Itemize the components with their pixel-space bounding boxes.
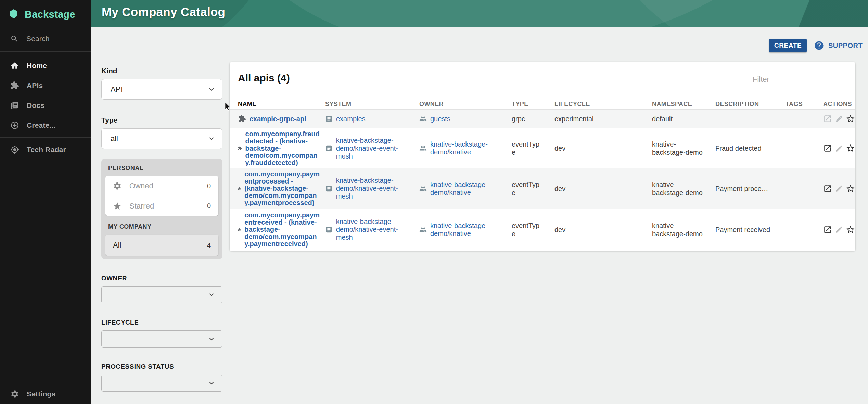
group-icon bbox=[419, 226, 427, 233]
company-header: MY COMPANY bbox=[105, 223, 218, 230]
filter-all[interactable]: All 4 bbox=[105, 235, 218, 256]
entity-name-link[interactable]: com.mycompany.fraud detected - (knative-… bbox=[245, 130, 320, 166]
sidebar-item-settings[interactable]: Settings bbox=[0, 384, 91, 404]
sidebar-item-tech-radar[interactable]: Tech Radar bbox=[0, 140, 91, 160]
system-link[interactable]: examples bbox=[336, 115, 366, 123]
chevron-down-icon bbox=[207, 290, 216, 299]
sidebar-item-label: Home bbox=[27, 62, 47, 70]
owner-link[interactable]: knative-backstage- demo/knative bbox=[430, 222, 488, 238]
api-kind-icon bbox=[238, 144, 242, 152]
divider bbox=[0, 137, 91, 138]
edit-icon[interactable] bbox=[835, 115, 843, 123]
owner-link[interactable]: knative-backstage- demo/knative bbox=[430, 140, 488, 156]
column-header-owner[interactable]: OWNER bbox=[419, 101, 512, 108]
personal-header: PERSONAL bbox=[105, 165, 218, 172]
column-header-namespace[interactable]: NAMESPACE bbox=[652, 101, 715, 108]
column-header-type[interactable]: TYPE bbox=[512, 101, 554, 108]
table-row: example-grpc-api examples guests grpc ex… bbox=[230, 110, 855, 128]
brand[interactable]: Backstage bbox=[0, 0, 91, 22]
type-cell: eventTyp e bbox=[512, 140, 554, 156]
edit-icon[interactable] bbox=[835, 225, 843, 234]
api-kind-icon bbox=[238, 185, 241, 193]
sidebar-item-apis[interactable]: APIs bbox=[0, 76, 91, 96]
filter-starred[interactable]: Starred 0 bbox=[105, 196, 218, 216]
open-in-new-icon[interactable] bbox=[823, 184, 832, 193]
lifecycle-select[interactable] bbox=[101, 330, 222, 348]
sidebar-item-search[interactable]: Search bbox=[0, 28, 91, 49]
column-header-description[interactable]: DESCRIPTION bbox=[715, 101, 786, 108]
create-button[interactable]: CREATE bbox=[769, 39, 807, 52]
owner-link[interactable]: knative-backstage- demo/knative bbox=[430, 181, 488, 197]
column-header-system[interactable]: SYSTEM bbox=[325, 101, 419, 108]
sidebar-item-label: Settings bbox=[27, 390, 55, 398]
sidebar-item-label: Docs bbox=[27, 101, 44, 110]
type-cell: eventTyp e bbox=[512, 222, 554, 238]
column-header-tags[interactable]: TAGS bbox=[786, 101, 823, 108]
support-button[interactable]: SUPPORT bbox=[814, 40, 863, 51]
system-icon bbox=[325, 115, 333, 123]
entity-picker: PERSONAL Owned 0 Starred 0 MY COMPANY Al… bbox=[101, 159, 222, 259]
lifecycle-label: LIFECYCLE bbox=[101, 319, 222, 326]
page-title: My Company Catalog bbox=[102, 5, 225, 19]
lifecycle-cell: dev bbox=[554, 185, 652, 193]
sidebar-item-home[interactable]: Home bbox=[0, 56, 91, 76]
description-cell: Fraud detected bbox=[715, 144, 786, 152]
sidebar-item-label: Tech Radar bbox=[27, 146, 66, 154]
search-icon bbox=[10, 35, 19, 43]
column-header-lifecycle[interactable]: LIFECYCLE bbox=[554, 101, 652, 108]
group-icon bbox=[419, 185, 427, 192]
namespace-cell: knative- backstage-demo bbox=[652, 140, 715, 156]
edit-icon[interactable] bbox=[835, 184, 843, 193]
api-kind-icon bbox=[238, 226, 241, 234]
backstage-logo-icon bbox=[8, 8, 20, 21]
processing-status-label: PROCESSING STATUS bbox=[101, 363, 222, 370]
owner-select[interactable] bbox=[101, 286, 222, 303]
table-filter bbox=[745, 72, 852, 87]
group-icon bbox=[419, 144, 427, 152]
star-icon bbox=[113, 202, 122, 211]
add-circle-icon bbox=[10, 121, 19, 130]
owner-link[interactable]: guests bbox=[430, 115, 450, 123]
lifecycle-cell: dev bbox=[554, 144, 652, 152]
namespace-cell: knative- backstage-demo bbox=[652, 180, 715, 197]
star-toggle-icon[interactable] bbox=[846, 143, 855, 153]
sidebar-item-create[interactable]: Create... bbox=[0, 115, 91, 135]
type-value: all bbox=[111, 134, 118, 143]
open-in-new-icon[interactable] bbox=[823, 225, 832, 234]
description-cell: Payment proce… bbox=[715, 185, 786, 193]
star-toggle-icon[interactable] bbox=[846, 225, 855, 235]
kind-value: API bbox=[111, 85, 123, 94]
processing-status-select[interactable] bbox=[101, 375, 222, 392]
system-icon bbox=[325, 185, 333, 192]
sidebar-item-docs[interactable]: Docs bbox=[0, 96, 91, 115]
type-cell: grpc bbox=[512, 115, 554, 123]
system-link[interactable]: knative-backstage- demo/knative-event-me… bbox=[336, 177, 414, 200]
chevron-down-icon bbox=[207, 334, 216, 343]
column-header-name[interactable]: NAME bbox=[238, 101, 325, 108]
owned-count: 0 bbox=[207, 182, 211, 190]
entity-name-link[interactable]: example-grpc-api bbox=[250, 115, 306, 123]
entity-name-link[interactable]: com.mycompany.paym entreceived - (knativ… bbox=[244, 212, 320, 248]
filter-owned[interactable]: Owned 0 bbox=[105, 176, 218, 196]
system-link[interactable]: knative-backstage- demo/knative-event-me… bbox=[336, 218, 414, 241]
system-link[interactable]: knative-backstage- demo/knative-event-me… bbox=[336, 137, 414, 160]
sidebar-item-label: APIs bbox=[27, 81, 43, 90]
star-toggle-icon[interactable] bbox=[846, 184, 855, 193]
filter-panel: Kind API Type all PERSONAL Owned 0 Starr… bbox=[101, 67, 222, 404]
table-filter-input[interactable] bbox=[753, 75, 851, 84]
docs-icon bbox=[10, 101, 19, 110]
divider bbox=[0, 382, 91, 382]
chevron-down-icon bbox=[207, 134, 216, 143]
edit-icon[interactable] bbox=[835, 144, 843, 153]
open-in-new-icon[interactable] bbox=[823, 144, 832, 153]
table-row: com.mycompany.fraud detected - (knative-… bbox=[230, 128, 855, 168]
open-in-new-icon[interactable] bbox=[823, 114, 832, 123]
star-toggle-icon[interactable] bbox=[846, 114, 855, 124]
entity-name-link[interactable]: com.mycompany.paym entprocessed - (knati… bbox=[244, 171, 320, 206]
kind-select[interactable]: API bbox=[101, 79, 222, 100]
chevron-down-icon bbox=[207, 85, 216, 94]
type-select[interactable]: all bbox=[101, 128, 222, 149]
description-cell: Payment received bbox=[715, 226, 786, 234]
system-icon bbox=[325, 226, 333, 233]
puzzle-icon bbox=[10, 81, 19, 90]
